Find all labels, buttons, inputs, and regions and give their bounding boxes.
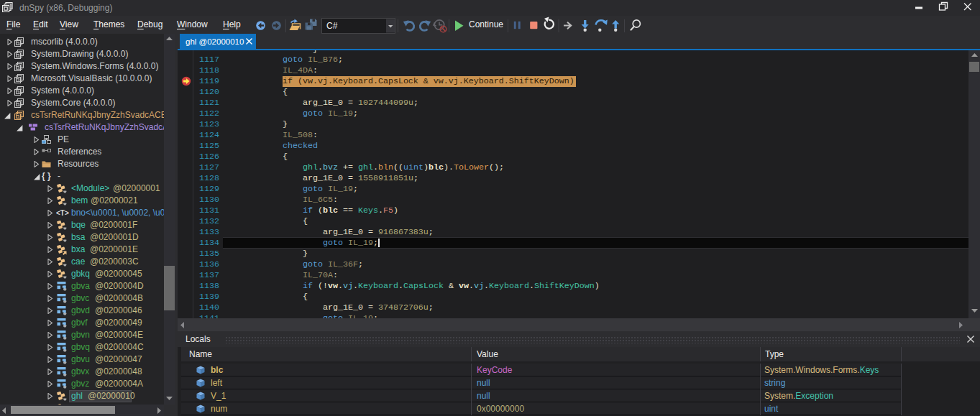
svg-text:C#: C# bbox=[326, 21, 338, 31]
